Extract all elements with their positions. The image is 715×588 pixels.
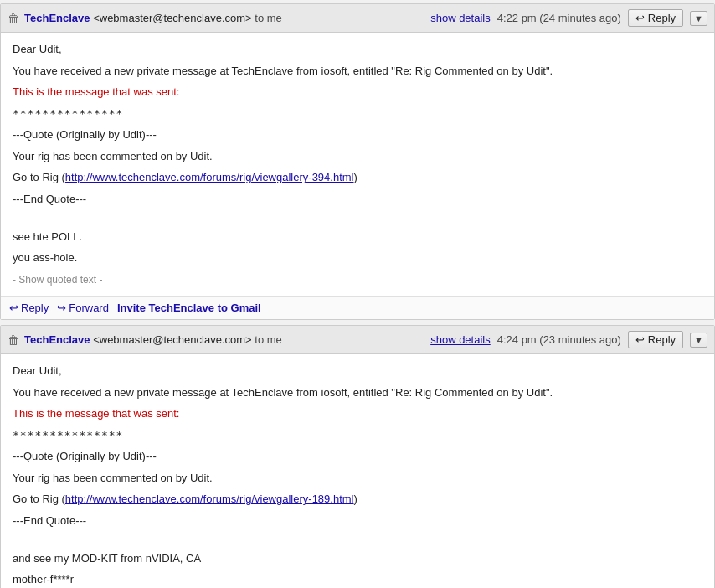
footer-forward-icon-1: ↪ xyxy=(57,302,66,314)
quote-intro-1: This is the message that was sent: xyxy=(13,84,702,101)
to-me-1: to me xyxy=(255,12,282,24)
header-right-2: show details 4:24 pm (23 minutes ago) ↩ … xyxy=(430,331,707,348)
trash-icon-1[interactable]: 🗑 xyxy=(8,12,19,25)
header-right-1: show details 4:22 pm (24 minutes ago) ↩ … xyxy=(430,9,707,27)
sender-info-1: TechEnclave <webmaster@techenclave.com> … xyxy=(24,12,425,24)
sender-name-1: TechEnclave xyxy=(24,12,90,24)
to-me-2: to me xyxy=(255,333,282,346)
reply-icon-2: ↩ xyxy=(635,333,645,346)
quote-line-2: Your rig has been commented on by Udit. xyxy=(13,470,702,487)
show-details-link-2[interactable]: show details xyxy=(430,333,491,346)
reply-icon-1: ↩ xyxy=(635,12,645,24)
message-line1-2: and see my MOD-KIT from nVIDIA, CA xyxy=(13,550,702,567)
footer-reply-icon-1: ↩ xyxy=(9,302,18,314)
greeting-1: Dear Udit, xyxy=(13,41,702,58)
email-body-1: Dear Udit, You have received a new priva… xyxy=(1,33,714,296)
trash-icon-2[interactable]: 🗑 xyxy=(8,333,19,347)
sender-email-2: <webmaster@techenclave.com> xyxy=(93,333,252,346)
footer-reply-1[interactable]: ↩ Reply xyxy=(9,302,49,314)
email-header-1: 🗑 TechEnclave <webmaster@techenclave.com… xyxy=(1,4,714,33)
quote-line-1: Your rig has been commented on by Udit. xyxy=(13,148,702,165)
end-quote-1: ---End Quote--- xyxy=(13,191,702,208)
body-line1-1: You have received a new private message … xyxy=(13,63,702,80)
email-card-1: 🗑 TechEnclave <webmaster@techenclave.com… xyxy=(0,3,715,320)
stars-2: *************** xyxy=(13,427,702,444)
quote-by-1: ---Quote (Originally by Udit)--- xyxy=(13,126,702,143)
message-line2-1: you ass-hole. xyxy=(13,250,702,266)
message-line1-1: see hte POLL. xyxy=(13,229,702,245)
rig-link-2[interactable]: http://www.techenclave.com/forums/rig/vi… xyxy=(65,493,354,505)
sender-info-2: TechEnclave <webmaster@techenclave.com> … xyxy=(24,333,425,346)
show-quoted-1[interactable]: - Show quoted text - xyxy=(13,274,102,286)
reply-button-1[interactable]: ↩ Reply xyxy=(628,9,683,27)
quote-intro-2: This is the message that was sent: xyxy=(13,405,702,422)
go-to-rig-1: Go to Rig (http://www.techenclave.com/fo… xyxy=(13,169,702,186)
sender-name-2: TechEnclave xyxy=(24,333,90,346)
quote-by-2: ---Quote (Originally by Udit)--- xyxy=(13,448,702,465)
reply-dropdown-1[interactable]: ▼ xyxy=(690,11,707,26)
email-thread: 🗑 TechEnclave <webmaster@techenclave.com… xyxy=(0,0,715,588)
timestamp-2: 4:24 pm (23 minutes ago) xyxy=(497,333,621,346)
body-line1-2: You have received a new private message … xyxy=(13,384,702,401)
end-quote-2: ---End Quote--- xyxy=(13,513,702,529)
rig-link-1[interactable]: http://www.techenclave.com/forums/rig/vi… xyxy=(65,171,354,183)
message-line2-2: mother-f****r xyxy=(13,571,702,588)
timestamp-1: 4:22 pm (24 minutes ago) xyxy=(497,12,621,24)
reply-dropdown-2[interactable]: ▼ xyxy=(690,333,707,348)
email-card-2: 🗑 TechEnclave <webmaster@techenclave.com… xyxy=(0,325,715,588)
stars-1: *************** xyxy=(13,106,702,122)
greeting-2: Dear Udit, xyxy=(13,363,702,379)
footer-invite-1[interactable]: Invite TechEnclave to Gmail xyxy=(117,302,261,314)
reply-button-2[interactable]: ↩ Reply xyxy=(628,331,683,348)
email-header-2: 🗑 TechEnclave <webmaster@techenclave.com… xyxy=(1,326,714,354)
email-body-2: Dear Udit, You have received a new priva… xyxy=(1,354,714,588)
email-footer-1: ↩ Reply ↪ Forward Invite TechEnclave to … xyxy=(1,296,714,319)
show-details-link-1[interactable]: show details xyxy=(430,12,491,24)
sender-email-1: <webmaster@techenclave.com> xyxy=(93,12,252,24)
footer-forward-1[interactable]: ↪ Forward xyxy=(57,302,109,314)
go-to-rig-2: Go to Rig (http://www.techenclave.com/fo… xyxy=(13,491,702,508)
